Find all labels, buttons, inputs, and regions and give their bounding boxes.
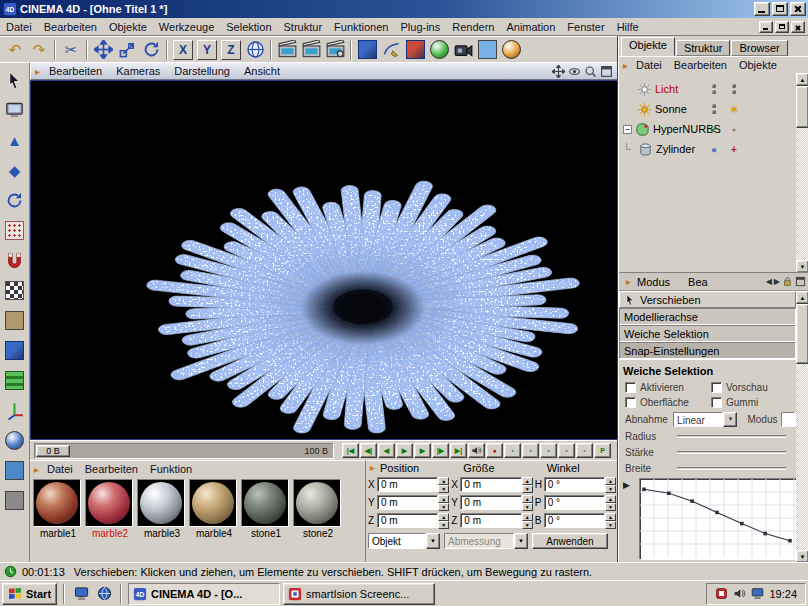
slider-breite[interactable] — [677, 467, 786, 470]
render-active-view-icon-cell[interactable] — [299, 38, 323, 62]
record-pla-button[interactable]: ▪ — [576, 443, 593, 458]
deform-state-icon[interactable]: ▪ — [727, 122, 741, 136]
object-menu-datei[interactable]: Datei — [630, 58, 668, 72]
zoom-view-icon[interactable] — [584, 65, 597, 78]
add-particles-icon[interactable] — [502, 40, 521, 59]
menu-struktur[interactable]: Struktur — [278, 19, 329, 35]
object-row[interactable]: └Zylinder●+ — [619, 139, 796, 159]
phong-tag-icon[interactable]: ● — [707, 142, 721, 156]
object-name[interactable]: Sonne — [655, 103, 687, 115]
coordinate-input[interactable]: 0 m — [460, 495, 521, 510]
visibility-dots[interactable] — [727, 82, 741, 96]
scroll-up-icon[interactable]: ▲ — [796, 291, 808, 304]
stepper-down-button[interactable]: ▼ — [522, 503, 533, 511]
lock-y-axis-button[interactable]: Y — [197, 40, 217, 60]
lock-z-axis-button[interactable]: Z — [221, 40, 241, 60]
add-light-icon-cell[interactable] — [427, 38, 451, 62]
material-menu-funktion[interactable]: Funktion — [144, 462, 198, 476]
viewport-menu-bearbeiten[interactable]: Bearbeiten — [42, 64, 109, 78]
display-filter-icon[interactable] — [5, 491, 24, 510]
stepper-up-button[interactable]: ▲ — [438, 513, 449, 521]
stepper-up-button[interactable]: ▲ — [605, 513, 616, 521]
visibility-dots[interactable] — [707, 82, 721, 96]
menu-datei[interactable]: Datei — [0, 19, 38, 35]
viewport-menu-kameras[interactable]: Kameras — [109, 64, 167, 78]
scale-tool-icon[interactable] — [118, 40, 137, 59]
orbit-view-icon[interactable] — [568, 65, 581, 78]
sun-expression-icon[interactable]: ☀ — [727, 102, 741, 116]
menu-werkzeuge[interactable]: Werkzeuge — [153, 19, 220, 35]
minimize-button[interactable] — [754, 2, 770, 16]
material-thumbnail[interactable] — [241, 479, 289, 527]
stepper-up-button[interactable]: ▲ — [522, 513, 533, 521]
lock-z-axis-button-cell[interactable]: Z — [219, 38, 243, 62]
material-name[interactable]: marble4 — [189, 527, 239, 540]
tool-button-verschieben[interactable]: Verschieben — [619, 291, 796, 308]
tab-browser[interactable]: Browser — [731, 40, 787, 56]
falloff-curve-widget[interactable] — [639, 478, 799, 560]
material-item[interactable]: stone1 — [241, 479, 291, 540]
goto-end-button[interactable]: ▶| — [450, 443, 467, 458]
lock-icon[interactable] — [782, 276, 793, 287]
prev-frame-button[interactable]: ◀ — [378, 443, 395, 458]
move-mode-icon-cell[interactable]: ▲ — [4, 129, 26, 151]
viewport-panel-icon[interactable]: ▸ — [31, 66, 42, 77]
object-mode-icon[interactable] — [5, 371, 24, 390]
checkbox-vorschau[interactable] — [711, 382, 722, 393]
add-spline-icon-cell[interactable] — [379, 38, 403, 62]
undo-icon-cell[interactable]: ↶ — [3, 38, 27, 62]
menu-plug-ins[interactable]: Plug-ins — [394, 19, 446, 35]
object-axis-icon-cell[interactable] — [4, 399, 26, 421]
stepper-up-button[interactable]: ▲ — [438, 495, 449, 503]
lock-x-axis-button-cell[interactable]: X — [171, 38, 195, 62]
coordinate-input[interactable]: 0 ° — [544, 513, 605, 528]
toggle-view-icon[interactable] — [600, 65, 613, 78]
tab-struktur[interactable]: Struktur — [676, 40, 731, 56]
texture-mode-icon[interactable] — [5, 281, 24, 300]
slider-radius[interactable] — [677, 435, 786, 438]
render-settings-icon[interactable] — [326, 40, 345, 59]
coordinate-system-icon-cell[interactable] — [243, 38, 267, 62]
lock-x-axis-button[interactable]: X — [173, 40, 193, 60]
material-name[interactable]: marble2 — [85, 527, 135, 540]
stepper-up-button[interactable]: ▲ — [605, 477, 616, 485]
menu-selektion[interactable]: Selektion — [220, 19, 277, 35]
tool-button-modellierachse[interactable]: Modellierachse — [619, 308, 796, 325]
tool-button-weiche-selektion[interactable]: Weiche Selektion — [619, 325, 796, 342]
render-view-icon[interactable] — [278, 40, 297, 59]
object-menu-bearbeiten[interactable]: Bearbeiten — [668, 58, 733, 72]
cut-icon-cell[interactable]: ✂ — [59, 38, 83, 62]
enabled-check-icon[interactable]: ✓ — [707, 122, 721, 136]
coordinates-panel-icon[interactable]: ▸ — [366, 462, 377, 473]
texture-mode-icon-cell[interactable] — [4, 279, 26, 301]
timeline-current-frame-thumb[interactable]: 0 B — [36, 445, 70, 457]
material-item[interactable]: stone2 — [293, 479, 343, 540]
history-back-icon[interactable]: ◀ — [766, 277, 772, 286]
next-frame-button[interactable]: ▶ — [414, 443, 431, 458]
apply-button[interactable]: Anwenden — [532, 533, 608, 549]
live-selection-icon[interactable] — [5, 71, 24, 90]
lock-y-axis-button-cell[interactable]: Y — [195, 38, 219, 62]
close-button[interactable] — [790, 2, 806, 16]
object-mode-icon-cell[interactable] — [4, 369, 26, 391]
viewport-render-icon-cell[interactable] — [4, 99, 26, 121]
add-particles-icon-cell[interactable] — [499, 38, 523, 62]
stepper-down-button[interactable]: ▼ — [605, 485, 616, 493]
record-scale-button[interactable]: ▪ — [522, 443, 539, 458]
curve-expander-icon[interactable]: ▶ — [623, 480, 630, 490]
material-item[interactable]: marble3 — [137, 479, 187, 540]
layout-icon[interactable] — [795, 276, 806, 287]
material-menu-bearbeiten[interactable]: Bearbeiten — [79, 462, 144, 476]
move-tool-icon-cell[interactable] — [91, 38, 115, 62]
taskbar-task-active[interactable]: 4DCINEMA 4D - [O... — [128, 583, 280, 605]
rotate-tool-icon-cell[interactable] — [139, 38, 163, 62]
visibility-dots[interactable] — [707, 102, 721, 116]
scale-tool-icon-cell[interactable] — [115, 38, 139, 62]
checkbox-aktivieren[interactable] — [625, 382, 636, 393]
material-thumbnail[interactable] — [33, 479, 81, 527]
coordinate-input[interactable]: 0 m — [460, 513, 521, 528]
menu-objekte[interactable]: Objekte — [103, 19, 153, 35]
stepper-down-button[interactable]: ▼ — [438, 503, 449, 511]
chevron-down-icon[interactable]: ▼ — [723, 412, 737, 427]
coordinate-system-icon[interactable] — [246, 40, 265, 59]
